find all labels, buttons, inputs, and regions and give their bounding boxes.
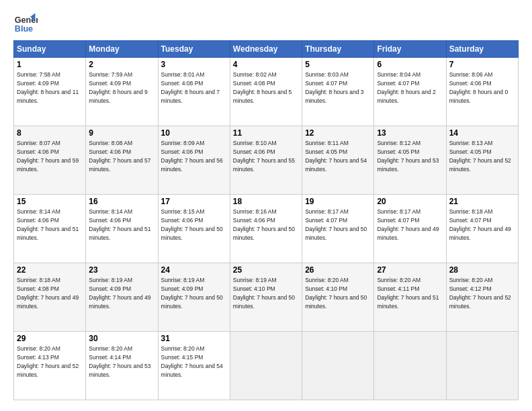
day-cell: 3 Sunrise: 8:01 AMSunset: 4:08 PMDayligh…: [158, 58, 230, 126]
day-cell: 5 Sunrise: 8:03 AMSunset: 4:07 PMDayligh…: [302, 58, 374, 126]
calendar-header-row: SundayMondayTuesdayWednesdayThursdayFrid…: [14, 41, 519, 58]
day-cell: 25 Sunrise: 8:19 AMSunset: 4:10 PMDaylig…: [230, 263, 302, 332]
day-cell: 22 Sunrise: 8:18 AMSunset: 4:08 PMDaylig…: [14, 263, 86, 332]
day-cell: 16 Sunrise: 8:14 AMSunset: 4:06 PMDaylig…: [86, 195, 158, 263]
day-cell: 14 Sunrise: 8:13 AMSunset: 4:05 PMDaylig…: [446, 126, 518, 195]
day-details: Sunrise: 8:17 AMSunset: 4:07 PMDaylight:…: [377, 208, 439, 241]
week-row-3: 22 Sunrise: 8:18 AMSunset: 4:08 PMDaylig…: [14, 263, 519, 332]
day-number: 15: [17, 197, 83, 206]
day-number: 5: [305, 60, 371, 69]
day-cell: 9 Sunrise: 8:08 AMSunset: 4:06 PMDayligh…: [86, 126, 158, 195]
day-details: Sunrise: 8:19 AMSunset: 4:09 PMDaylight:…: [89, 277, 150, 310]
day-cell: 27 Sunrise: 8:20 AMSunset: 4:11 PMDaylig…: [374, 263, 446, 332]
day-details: Sunrise: 8:11 AMSunset: 4:05 PMDaylight:…: [305, 140, 367, 173]
week-row-1: 8 Sunrise: 8:07 AMSunset: 4:06 PMDayligh…: [14, 126, 519, 195]
day-number: 16: [89, 197, 154, 206]
day-cell: [230, 332, 302, 400]
day-cell: 21 Sunrise: 8:18 AMSunset: 4:07 PMDaylig…: [446, 195, 518, 263]
week-row-4: 29 Sunrise: 8:20 AMSunset: 4:13 PMDaylig…: [14, 332, 519, 400]
day-number: 7: [449, 60, 515, 69]
day-cell: 23 Sunrise: 8:19 AMSunset: 4:09 PMDaylig…: [86, 263, 158, 332]
day-cell: 6 Sunrise: 8:04 AMSunset: 4:07 PMDayligh…: [374, 58, 446, 126]
day-details: Sunrise: 8:20 AMSunset: 4:13 PMDaylight:…: [17, 345, 79, 378]
header: General Blue: [13, 11, 519, 35]
day-cell: 15 Sunrise: 8:14 AMSunset: 4:06 PMDaylig…: [14, 195, 86, 263]
day-details: Sunrise: 8:20 AMSunset: 4:12 PMDaylight:…: [449, 277, 511, 310]
header-wednesday: Wednesday: [230, 41, 302, 58]
week-row-2: 15 Sunrise: 8:14 AMSunset: 4:06 PMDaylig…: [14, 195, 519, 263]
day-cell: 2 Sunrise: 7:59 AMSunset: 4:09 PMDayligh…: [86, 58, 158, 126]
day-details: Sunrise: 8:16 AMSunset: 4:06 PMDaylight:…: [233, 208, 295, 241]
day-details: Sunrise: 8:20 AMSunset: 4:11 PMDaylight:…: [377, 277, 439, 310]
day-details: Sunrise: 8:19 AMSunset: 4:09 PMDaylight:…: [161, 277, 223, 310]
logo: General Blue: [13, 11, 40, 35]
day-number: 26: [305, 265, 371, 275]
day-number: 13: [377, 128, 443, 138]
day-number: 21: [449, 197, 515, 206]
day-details: Sunrise: 8:20 AMSunset: 4:14 PMDaylight:…: [89, 345, 150, 378]
day-number: 25: [233, 265, 299, 275]
day-details: Sunrise: 8:18 AMSunset: 4:07 PMDaylight:…: [449, 208, 511, 241]
day-number: 9: [89, 128, 154, 138]
day-cell: 17 Sunrise: 8:15 AMSunset: 4:06 PMDaylig…: [158, 195, 230, 263]
day-cell: [446, 332, 518, 400]
day-details: Sunrise: 8:12 AMSunset: 4:05 PMDaylight:…: [377, 140, 439, 173]
day-cell: 10 Sunrise: 8:09 AMSunset: 4:06 PMDaylig…: [158, 126, 230, 195]
svg-text:Blue: Blue: [15, 24, 33, 34]
day-number: 31: [161, 334, 227, 343]
day-number: 24: [161, 265, 227, 275]
day-number: 4: [233, 60, 299, 69]
day-number: 6: [377, 60, 443, 69]
day-cell: 1 Sunrise: 7:58 AMSunset: 4:09 PMDayligh…: [14, 58, 86, 126]
day-details: Sunrise: 8:06 AMSunset: 4:06 PMDaylight:…: [449, 71, 508, 104]
day-number: 1: [17, 60, 83, 69]
day-cell: 4 Sunrise: 8:02 AMSunset: 4:08 PMDayligh…: [230, 58, 302, 126]
day-details: Sunrise: 8:04 AMSunset: 4:07 PMDaylight:…: [377, 71, 435, 104]
day-details: Sunrise: 8:14 AMSunset: 4:06 PMDaylight:…: [17, 208, 79, 241]
day-number: 28: [449, 265, 515, 275]
day-number: 23: [89, 265, 154, 275]
day-number: 20: [377, 197, 443, 206]
day-details: Sunrise: 8:03 AMSunset: 4:07 PMDaylight:…: [305, 71, 363, 104]
day-details: Sunrise: 8:02 AMSunset: 4:08 PMDaylight:…: [233, 71, 292, 104]
day-cell: 13 Sunrise: 8:12 AMSunset: 4:05 PMDaylig…: [374, 126, 446, 195]
day-cell: [374, 332, 446, 400]
day-cell: 11 Sunrise: 8:10 AMSunset: 4:06 PMDaylig…: [230, 126, 302, 195]
day-details: Sunrise: 8:18 AMSunset: 4:08 PMDaylight:…: [17, 277, 79, 310]
day-details: Sunrise: 8:07 AMSunset: 4:06 PMDaylight:…: [17, 140, 79, 173]
day-number: 12: [305, 128, 371, 138]
day-number: 2: [89, 60, 154, 69]
day-cell: [302, 332, 374, 400]
day-number: 18: [233, 197, 299, 206]
day-details: Sunrise: 8:19 AMSunset: 4:10 PMDaylight:…: [233, 277, 295, 310]
day-details: Sunrise: 8:13 AMSunset: 4:05 PMDaylight:…: [449, 140, 511, 173]
header-tuesday: Tuesday: [158, 41, 230, 58]
day-number: 19: [305, 197, 371, 206]
day-cell: 20 Sunrise: 8:17 AMSunset: 4:07 PMDaylig…: [374, 195, 446, 263]
day-cell: 12 Sunrise: 8:11 AMSunset: 4:05 PMDaylig…: [302, 126, 374, 195]
day-details: Sunrise: 7:58 AMSunset: 4:09 PMDaylight:…: [17, 71, 79, 104]
day-cell: 30 Sunrise: 8:20 AMSunset: 4:14 PMDaylig…: [86, 332, 158, 400]
day-details: Sunrise: 8:14 AMSunset: 4:06 PMDaylight:…: [89, 208, 150, 241]
day-details: Sunrise: 8:17 AMSunset: 4:07 PMDaylight:…: [305, 208, 367, 241]
day-details: Sunrise: 8:10 AMSunset: 4:06 PMDaylight:…: [233, 140, 295, 173]
day-details: Sunrise: 8:01 AMSunset: 4:08 PMDaylight:…: [161, 71, 220, 104]
day-number: 30: [89, 334, 154, 343]
calendar-table: SundayMondayTuesdayWednesdayThursdayFrid…: [13, 40, 519, 400]
day-cell: 28 Sunrise: 8:20 AMSunset: 4:12 PMDaylig…: [446, 263, 518, 332]
day-number: 10: [161, 128, 227, 138]
day-cell: 8 Sunrise: 8:07 AMSunset: 4:06 PMDayligh…: [14, 126, 86, 195]
header-friday: Friday: [374, 41, 446, 58]
day-number: 14: [449, 128, 515, 138]
header-saturday: Saturday: [446, 41, 518, 58]
day-number: 27: [377, 265, 443, 275]
page: General Blue SundayMondayTuesdayWednesda…: [0, 0, 532, 411]
day-cell: 24 Sunrise: 8:19 AMSunset: 4:09 PMDaylig…: [158, 263, 230, 332]
day-details: Sunrise: 8:09 AMSunset: 4:06 PMDaylight:…: [161, 140, 223, 173]
week-row-0: 1 Sunrise: 7:58 AMSunset: 4:09 PMDayligh…: [14, 58, 519, 126]
day-cell: 7 Sunrise: 8:06 AMSunset: 4:06 PMDayligh…: [446, 58, 518, 126]
logo-icon: General Blue: [13, 11, 38, 35]
day-cell: 18 Sunrise: 8:16 AMSunset: 4:06 PMDaylig…: [230, 195, 302, 263]
header-monday: Monday: [86, 41, 158, 58]
day-cell: 31 Sunrise: 8:20 AMSunset: 4:15 PMDaylig…: [158, 332, 230, 400]
